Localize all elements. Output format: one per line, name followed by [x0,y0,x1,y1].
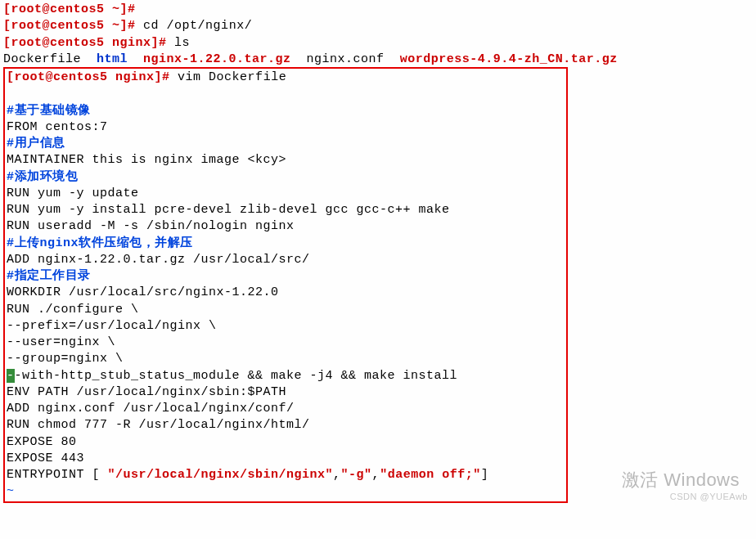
watermark-windows: 激活 Windows [622,468,740,492]
command-text: vim Dockerfile [178,70,286,84]
vim-code-line: RUN yum -y install pcre-devel zlib-devel… [7,202,565,218]
ls-output: Dockerfile html nginx-1.22.0.tar.gz ngin… [3,52,753,68]
vim-comment-line: #基于基础镜像 [7,103,565,119]
vim-code-line: ADD nginx-1.22.0.tar.gz /usr/local/src/ [7,252,565,268]
vim-code-line: --prefix=/usr/local/nginx \ [7,318,565,335]
prompt-user-host: [root@centos5 [7,70,108,84]
vim-editor[interactable] [7,86,565,102]
file-plain: nginx.conf [307,52,385,66]
file-archive: nginx-1.22.0.tar.gz [143,52,291,66]
vim-code-line: RUN useradd -M -s /sbin/nologin nginx [7,218,565,235]
vim-code-line: EXPOSE 443 [7,451,565,467]
vim-comment-line: #用户信息 [7,136,565,152]
vim-code-line: WORKDIR /usr/local/src/nginx-1.22.0 [7,285,565,301]
vim-cursor: - [7,369,15,383]
vim-code-line: ENV PATH /usr/local/nginx/sbin:$PATH [7,384,565,401]
highlight-box: [root@centos5 nginx]# vim Dockerfile #基于… [3,67,568,503]
vim-code-line: ADD nginx.conf /usr/local/nginx/conf/ [7,401,565,417]
vim-code-line: ENTRYPOINT [ "/usr/local/nginx/sbin/ngin… [7,467,565,483]
file-archive: wordpress-4.9.4-zh_CN.tar.gz [400,52,618,66]
terminal-line: [root@centos5 ~]# cd /opt/nginx/ [3,18,753,34]
terminal-line: [root@centos5 nginx]# vim Dockerfile [7,70,565,86]
command-text: cd /opt/nginx/ [143,19,252,33]
vim-code-line: RUN yum -y update [7,186,565,202]
file-dir: html [97,52,128,66]
vim-comment-line: #上传nginx软件压缩包，并解压 [7,236,565,252]
vim-code-line: EXPOSE 80 [7,434,565,451]
prompt-user-host: [root@centos5 [3,36,105,50]
vim-code-line: --with-http_stub_status_module && make -… [7,368,565,384]
vim-empty-line: ~ [7,483,565,500]
vim-code-line: MAINTAINER this is nginx image <kcy> [7,152,565,168]
terminal-line: [root@centos5 nginx]# ls [3,35,753,52]
terminal-line: [root@centos5 ~]# [3,2,753,18]
vim-comment-line: #添加环境包 [7,169,565,186]
vim-code-line: --user=nginx \ [7,335,565,351]
prompt-user-host: [root@centos5 [3,19,105,33]
vim-code-line: --group=nginx \ [7,351,565,367]
file-plain: Dockerfile [3,52,81,66]
vim-code-line: FROM centos:7 [7,119,565,136]
command-text: ls [174,36,190,50]
vim-code-line: RUN chmod 777 -R /usr/local/nginx/html/ [7,417,565,433]
prompt-user-host: [root@centos5 [3,2,105,16]
vim-code-line: RUN ./configure \ [7,302,565,318]
watermark-csdn: CSDN @YUEAwb [670,491,748,503]
vim-comment-line: #指定工作目录 [7,268,565,285]
